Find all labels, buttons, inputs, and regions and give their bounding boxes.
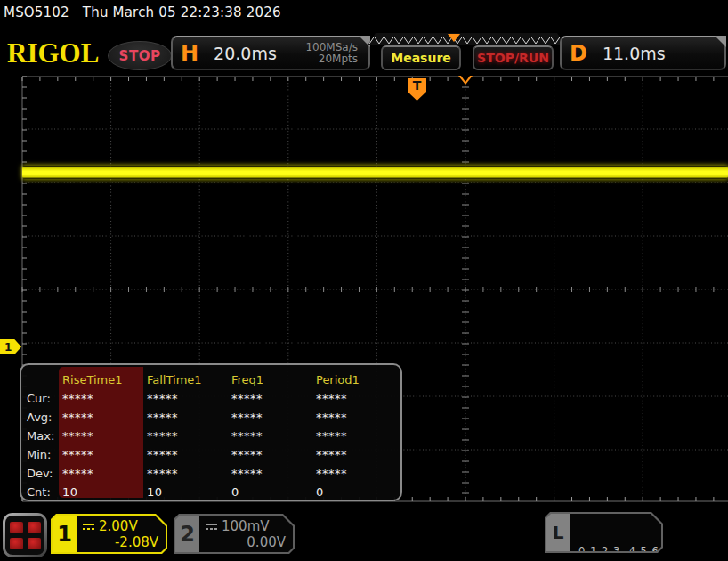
channel1-badge: 1 (53, 516, 77, 552)
channel2-badge: 2 (175, 516, 199, 552)
channel1-trace (22, 166, 728, 179)
apps-grid-icon (5, 516, 44, 555)
channel1-info: 2.00V -2.08V (77, 516, 166, 552)
measurement-row-avg: Avg: ***** ***** ***** ***** (21, 408, 400, 427)
dc-coupling-icon (82, 522, 95, 531)
measurement-column-header: RiseTime1 (59, 373, 143, 386)
measurement-row-min: Min: ***** ***** ***** ***** (21, 445, 400, 464)
measurement-value: ***** (312, 392, 397, 405)
channel1-scale: 2.00V (99, 518, 138, 534)
horizontal-reference-indicator (458, 76, 473, 85)
measurement-value: ***** (312, 411, 397, 424)
oscilloscope-screen: MSO5102 Thu March 05 22:23:38 2026 RIGOL… (0, 0, 728, 561)
measurement-value: ***** (59, 429, 143, 443)
channel2-offset: 0.00V (205, 534, 286, 550)
channel1-offset: -2.08V (82, 534, 158, 550)
measurement-value: ***** (59, 392, 143, 405)
apps-grid-button[interactable] (3, 513, 47, 557)
measurement-panel[interactable]: RiseTime1 FallTime1 Freq1 Period1 Cur: *… (20, 363, 402, 501)
measurement-row-max: Max: ***** ***** ***** ***** (21, 427, 400, 445)
row-label: Max: (21, 429, 59, 443)
measurement-value: ***** (312, 448, 397, 461)
measurement-value: ***** (143, 448, 228, 461)
measurement-value: ***** (59, 448, 143, 461)
row-label: Dev: (21, 467, 59, 480)
row-label: Avg: (21, 411, 59, 424)
channel2-info: 100mV 0.00V (199, 516, 293, 552)
measurement-value: 0 (228, 485, 312, 499)
measurement-value: ***** (143, 411, 228, 424)
measurement-value: ***** (312, 429, 397, 443)
row-label: Cnt: (21, 485, 59, 499)
trigger-marker-label: T (413, 78, 422, 94)
channel1-box[interactable]: 1 2.00V -2.08V (51, 514, 167, 554)
channel1-ground-label: 1 (0, 341, 12, 354)
row-label: Cur: (21, 392, 59, 405)
measurement-row-cur: Cur: ***** ***** ***** ***** (21, 389, 400, 408)
logic-analyzer-box[interactable]: L 0 1 2 3 4 5 6 7 8 9 1011 12131415 (545, 512, 663, 553)
horizontal-reference-indicator-inner (461, 76, 470, 82)
measurement-column-header: Period1 (312, 373, 397, 386)
measurement-value: 10 (143, 485, 228, 499)
measurement-value: ***** (228, 411, 312, 424)
measurement-value: ***** (59, 467, 143, 480)
measurement-value: ***** (228, 429, 312, 443)
measurement-value: ***** (228, 392, 312, 405)
measurement-row-dev: Dev: ***** ***** ***** ***** (21, 464, 400, 483)
row-label: Min: (21, 448, 59, 461)
measurement-value: 0 (312, 485, 397, 499)
measurement-header-row: RiseTime1 FallTime1 Freq1 Period1 (21, 370, 400, 389)
measurement-value: ***** (143, 392, 228, 405)
measurement-column-header: FallTime1 (143, 373, 228, 386)
measurement-value: ***** (228, 467, 312, 480)
measurement-value: ***** (312, 467, 397, 480)
measurement-column-header: Freq1 (228, 373, 312, 386)
logic-analyzer-badge: L (546, 514, 570, 551)
measurement-value: ***** (143, 429, 228, 443)
channel2-box[interactable]: 2 100mV 0.00V (174, 514, 295, 554)
measurement-value: 10 (59, 485, 143, 499)
measurement-value: ***** (59, 411, 143, 424)
channel2-scale: 100mV (222, 518, 270, 534)
measurement-row-cnt: Cnt: 10 10 0 0 (21, 483, 400, 501)
measurement-value: ***** (228, 448, 312, 461)
measurement-value: ***** (143, 467, 228, 480)
dc-coupling-icon (205, 522, 218, 531)
